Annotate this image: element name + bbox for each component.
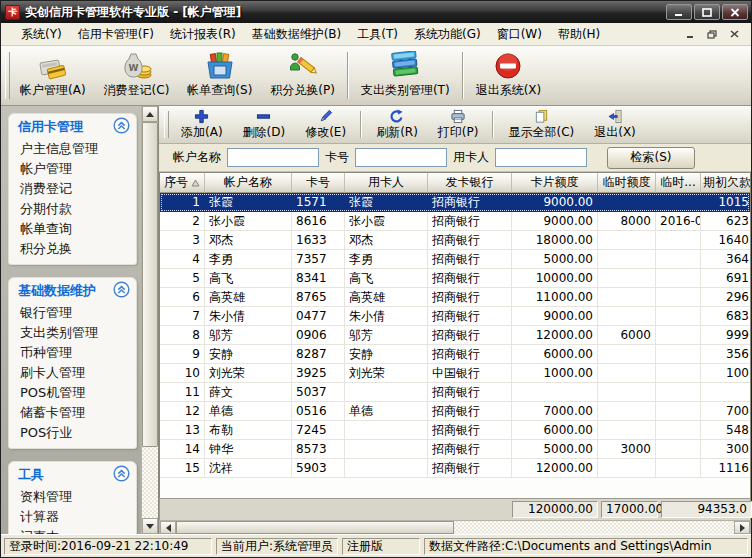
sidebar-item-储蓄卡管理[interactable]: 储蓄卡管理: [9, 403, 136, 423]
table-row[interactable]: 11薛文5037招商银行: [160, 383, 750, 402]
sidebar-panel-header[interactable]: 工具: [9, 462, 136, 487]
minimize-button[interactable]: [666, 4, 692, 20]
sidebar-item-积分兑换[interactable]: 积分兑换: [9, 239, 136, 259]
toolbar-button-退出系统[interactable]: 退出系统(X): [467, 48, 551, 103]
scroll-down-button[interactable]: [142, 518, 158, 534]
sidebar-panel-header[interactable]: 信用卡管理: [9, 114, 136, 139]
table-row[interactable]: 12单德0516单德招商银行7000.00700: [160, 402, 750, 421]
action-button-添加[interactable]: 添加(A): [171, 107, 233, 142]
menu-item-2[interactable]: 统计报表(R): [162, 23, 244, 46]
sidebar-panel-header[interactable]: 基础数据维护: [9, 278, 136, 303]
table-cell: [656, 288, 701, 307]
column-header-序号[interactable]: 序号: [160, 173, 205, 193]
column-header-帐户名称[interactable]: 帐户名称: [205, 173, 292, 193]
toolbar-button-帐单查询[interactable]: 帐单查询(S): [178, 48, 261, 103]
table-cell: 6000.00: [512, 345, 598, 364]
sidebar-item-帐户管理[interactable]: 帐户管理: [9, 159, 136, 179]
toolbar-button-消费登记[interactable]: W消费登记(C): [95, 48, 179, 103]
table-row[interactable]: 4李勇7357李勇招商银行5000.00364: [160, 250, 750, 269]
mdi-restore-button[interactable]: [705, 28, 719, 40]
column-header-发卡银行[interactable]: 发卡银行: [428, 173, 512, 193]
column-header-卡片额度[interactable]: 卡片额度: [512, 173, 598, 193]
toolbar-button-积分兑换[interactable]: 积分兑换(P): [261, 48, 344, 103]
table-row[interactable]: 15沈祥5903招商银行12000.001116: [160, 459, 750, 478]
table-row[interactable]: 13布勒7245招商银行6000.00548: [160, 421, 750, 440]
hscroll-thumb[interactable]: [176, 521, 454, 534]
menu-item-7[interactable]: 帮助(H): [550, 23, 608, 46]
toolbar-button-支出类别管理[interactable]: 支出类别管理(T): [352, 48, 459, 103]
chevron-up-icon[interactable]: [113, 281, 130, 301]
column-header-期初欠款[interactable]: 期初欠款: [701, 173, 751, 193]
horizontal-scrollbar[interactable]: [159, 520, 751, 534]
table-row[interactable]: 1张霞1571张霞招商银行9000.001015: [160, 193, 750, 212]
mdi-minimize-button[interactable]: [683, 28, 697, 40]
menu-item-5[interactable]: 系统功能(G): [406, 23, 489, 46]
table-row[interactable]: 6高英雄8765高英雄招商银行11000.00296: [160, 288, 750, 307]
action-button-退出[interactable]: 退出(X): [584, 107, 646, 142]
action-button-删除[interactable]: 删除(D): [233, 107, 296, 142]
column-header-临时...[interactable]: 临时...: [656, 173, 701, 193]
action-button-打印[interactable]: 打印(P): [428, 107, 489, 142]
sidebar-item-银行管理[interactable]: 银行管理: [9, 303, 136, 323]
sidebar-scrollbar[interactable]: [141, 106, 158, 534]
table-cell: [512, 383, 598, 402]
scroll-right-button[interactable]: [734, 521, 750, 534]
sidebar-item-资料管理[interactable]: 资料管理: [9, 487, 136, 507]
table-row[interactable]: 2张小霞8616张小霞招商银行9000.0080002016-09-2623: [160, 212, 750, 231]
sidebar-item-户主信息管理[interactable]: 户主信息管理: [9, 139, 136, 159]
column-header-卡号[interactable]: 卡号: [292, 173, 345, 193]
table-row[interactable]: 10刘光荣3925刘光荣中国银行1000.00100: [160, 364, 750, 383]
table-row[interactable]: 7朱小倩0477朱小倩招商银行9000.00683: [160, 307, 750, 326]
table-cell: 单德: [205, 402, 292, 421]
table-row[interactable]: 9安静8287安静招商银行6000.00356: [160, 345, 750, 364]
account-name-input[interactable]: [227, 148, 319, 167]
scroll-left-button[interactable]: [160, 521, 176, 534]
table-cell: [656, 459, 701, 478]
close-button[interactable]: [722, 4, 748, 20]
table-row[interactable]: 8邬芳0906邬芳招商银行12000.006000999: [160, 326, 750, 345]
column-header-用卡人[interactable]: 用卡人: [345, 173, 428, 193]
sidebar-item-帐单查询[interactable]: 帐单查询: [9, 219, 136, 239]
sidebar-item-计算器[interactable]: 计算器: [9, 507, 136, 527]
menu-item-3[interactable]: 基础数据维护(B): [244, 23, 350, 46]
menu-item-1[interactable]: 信用卡管理(F): [70, 23, 162, 46]
scroll-track[interactable]: [142, 122, 158, 518]
scroll-thumb[interactable]: [142, 122, 158, 447]
card-number-input[interactable]: [355, 148, 447, 167]
chevron-up-icon[interactable]: [113, 117, 130, 137]
action-button-显示全部[interactable]: 显示全部(C): [498, 107, 584, 142]
search-button[interactable]: 检索(S): [607, 147, 695, 169]
table-row[interactable]: 5高飞8341高飞招商银行10000.00691: [160, 269, 750, 288]
sidebar-item-支出类别管理[interactable]: 支出类别管理: [9, 323, 136, 343]
menu-item-6[interactable]: 窗口(W): [489, 23, 550, 46]
toolbar-button-label: 帐单查询(S): [187, 82, 252, 99]
table-cell: 高英雄: [345, 288, 428, 307]
card-user-input[interactable]: [495, 148, 587, 167]
sidebar-item-POS机管理[interactable]: POS机管理: [9, 383, 136, 403]
table-row[interactable]: 14钟华8573招商银行5000.003000300: [160, 440, 750, 459]
sidebar-item-POS行业[interactable]: POS行业: [9, 423, 136, 443]
sidebar-item-刷卡人管理[interactable]: 刷卡人管理: [9, 363, 136, 383]
action-button-刷新[interactable]: 刷新(R): [366, 107, 428, 142]
table-cell: [598, 307, 656, 326]
table-cell: 12000.00: [512, 326, 598, 345]
scroll-up-button[interactable]: [142, 106, 158, 122]
table-cell: 1640: [701, 231, 751, 250]
chevron-up-icon[interactable]: [113, 465, 130, 485]
sidebar-item-币种管理[interactable]: 币种管理: [9, 343, 136, 363]
sidebar-item-消费登记[interactable]: 消费登记: [9, 179, 136, 199]
action-button-修改[interactable]: 修改(E): [295, 107, 356, 142]
maximize-button[interactable]: [694, 4, 720, 20]
column-header-临时额度[interactable]: 临时额度: [598, 173, 656, 193]
table-row[interactable]: 3邓杰1633邓杰招商银行18000.001640: [160, 231, 750, 250]
toolbar-button-帐户管理[interactable]: 帐户管理(A): [11, 48, 95, 103]
table-cell: 8341: [292, 269, 345, 288]
table-cell: [656, 250, 701, 269]
card-number-label: 卡号: [325, 149, 349, 166]
menu-item-0[interactable]: 系统(Y): [13, 23, 70, 46]
sidebar-item-分期付款[interactable]: 分期付款: [9, 199, 136, 219]
mdi-close-button[interactable]: [727, 28, 741, 40]
sidebar-item-记事本[interactable]: 记事本: [9, 527, 136, 534]
table-cell: 中国银行: [428, 364, 512, 383]
menu-item-4[interactable]: 工具(T): [349, 23, 406, 46]
